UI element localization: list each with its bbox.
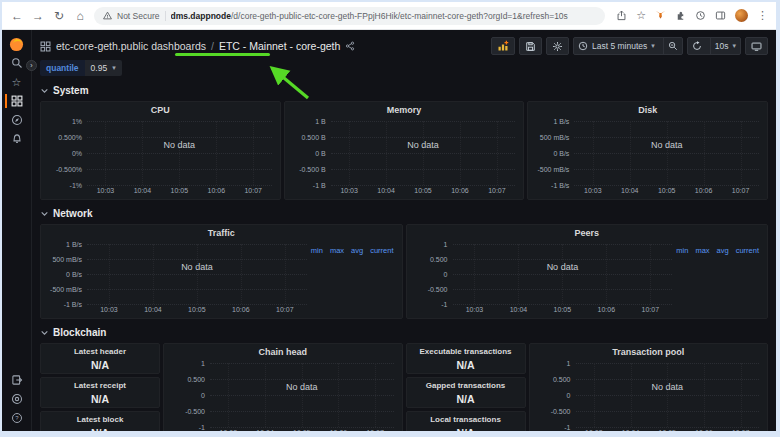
time-range-button[interactable]: Last 5 minutes ▾ xyxy=(574,38,659,54)
x-axis-tick: 10:06 xyxy=(685,187,722,198)
stat-panel-title[interactable]: Gapped transactions xyxy=(426,381,506,390)
zoom-out-button[interactable] xyxy=(663,38,682,54)
alerting-bell-icon[interactable] xyxy=(2,132,31,146)
sidebar-toggle-icon[interactable] xyxy=(715,10,726,21)
x-axis: 10:0310:0410:0510:0610:07 xyxy=(331,187,516,198)
grafana-logo[interactable] xyxy=(2,37,31,51)
plot-area[interactable]: No data10:0310:0410:0510:0610:07 xyxy=(576,359,764,431)
x-axis-tick: 10:06 xyxy=(441,187,478,198)
y-axis-tick: 1 xyxy=(201,360,205,367)
x-axis-tick: 10:04 xyxy=(131,306,175,317)
stat-panel-value: N/A xyxy=(456,393,474,405)
x-axis: 10:0310:0410:0510:0610:07 xyxy=(87,187,272,198)
panel-title[interactable]: CPU xyxy=(41,102,280,117)
y-axis: 10.5000-0.500-1 xyxy=(534,363,576,427)
legend-item-min[interactable]: min xyxy=(311,246,323,317)
section-header-network[interactable]: Network xyxy=(40,207,768,220)
y-axis-tick: 0 xyxy=(444,271,448,278)
dashboard-settings-button[interactable] xyxy=(546,37,569,55)
panel-title[interactable]: Transaction pool xyxy=(530,344,768,359)
forward-arrow-icon[interactable]: → xyxy=(31,10,45,22)
refresh-button[interactable] xyxy=(688,38,706,54)
panel-title[interactable]: Disk xyxy=(528,102,767,117)
reload-icon[interactable]: ↻ xyxy=(52,10,66,22)
no-data-label: No data xyxy=(210,382,394,392)
explore-compass-icon[interactable] xyxy=(2,113,31,127)
stat-panel: Local transactionsN/A xyxy=(406,411,526,431)
stat-panel-title[interactable]: Latest block xyxy=(77,415,124,424)
section-header-blockchain[interactable]: Blockchain xyxy=(40,326,768,339)
profile-avatar[interactable] xyxy=(735,9,748,22)
help-icon[interactable]: ? xyxy=(2,411,31,425)
refresh-picker: 10s ▾ xyxy=(687,37,741,55)
variable-value: 0.95 xyxy=(91,63,108,73)
gridline-horizontal xyxy=(210,427,394,428)
starred-icon[interactable]: ☆ xyxy=(2,75,31,89)
breadcrumb-root[interactable]: etc-core-geth.public dashboards xyxy=(56,40,206,52)
save-dashboard-button[interactable] xyxy=(519,37,542,55)
plot-area[interactable]: No data10:0310:0410:0510:0610:07 xyxy=(574,117,763,198)
y-axis-tick: 0% xyxy=(72,150,82,157)
gridline-horizontal xyxy=(87,304,307,305)
variable-value-dropdown[interactable]: 0.95 ▾ xyxy=(85,60,122,76)
stat-panel-title[interactable]: Executable transactions xyxy=(419,347,511,356)
gridline-vertical xyxy=(285,244,286,304)
expand-sidebar-chevron[interactable]: › xyxy=(26,60,37,71)
home-icon[interactable]: ⌂ xyxy=(73,10,87,22)
x-axis-tick: 10:03 xyxy=(210,429,247,431)
dashboard-toolbar: Last 5 minutes ▾ 1 xyxy=(491,37,768,55)
share-dashboard-icon[interactable] xyxy=(345,41,355,51)
gridline-vertical xyxy=(497,121,498,185)
panel-title[interactable]: Traffic xyxy=(41,225,402,240)
sign-in-icon[interactable] xyxy=(2,373,31,387)
plot-area[interactable]: No data10:0310:0410:0510:0610:07 xyxy=(331,117,520,198)
stat-panel-title[interactable]: Local transactions xyxy=(430,415,501,424)
gridline-vertical xyxy=(704,363,705,427)
plot-area[interactable]: No data10:0310:0410:0510:0610:07 xyxy=(87,117,276,198)
y-axis-tick: 1% xyxy=(72,118,82,125)
panel-title[interactable]: Chain head xyxy=(164,344,402,359)
legend-item-current[interactable]: current xyxy=(370,246,393,317)
gridline-vertical xyxy=(253,121,254,185)
tv-kiosk-button[interactable] xyxy=(745,37,768,55)
address-bar[interactable]: Not Secure dms.dappnode/d/core-geth-publ… xyxy=(94,7,605,25)
plot-area[interactable]: No data10:0310:0410:0510:0610:07 xyxy=(453,240,677,317)
dashboards-grid-icon xyxy=(40,41,51,52)
legend-item-max[interactable]: max xyxy=(330,246,344,317)
plot-grid: No data xyxy=(453,244,673,304)
stat-panel-title[interactable]: Latest receipt xyxy=(74,381,126,390)
graph-panel: CPU1%0.500%0%-0.500%-1%No data10:0310:04… xyxy=(40,101,281,200)
history-icon[interactable] xyxy=(695,10,706,21)
refresh-interval-button[interactable]: 10s ▾ xyxy=(710,38,740,54)
metamask-fox-icon[interactable] xyxy=(655,10,666,21)
plot-area[interactable]: No data10:0310:0410:0510:0610:07 xyxy=(210,359,398,431)
chevron-down-icon xyxy=(40,209,49,218)
legend-item-max[interactable]: max xyxy=(695,246,709,317)
stat-panel: Latest receiptN/A xyxy=(40,377,160,408)
gridline-vertical xyxy=(302,363,303,427)
star-icon[interactable]: ☆ xyxy=(636,10,646,21)
stat-panel-title[interactable]: Latest header xyxy=(74,347,126,356)
dashboards-grid-icon[interactable] xyxy=(2,94,31,108)
legend-item-current[interactable]: current xyxy=(736,246,759,317)
gridline-vertical xyxy=(153,244,154,304)
y-axis: 1 B/s500 mB/s0 B/s-500 mB/s-1 B/s xyxy=(532,121,574,185)
section-header-system[interactable]: System xyxy=(40,84,768,97)
share-icon[interactable] xyxy=(616,10,627,21)
extensions-puzzle-icon[interactable] xyxy=(675,10,686,21)
legend-item-avg[interactable]: avg xyxy=(717,246,729,317)
back-arrow-icon[interactable]: ← xyxy=(10,10,24,22)
plot-area[interactable]: No data10:0310:0410:0510:0610:07 xyxy=(87,240,311,317)
server-admin-icon[interactable] xyxy=(2,392,31,406)
y-axis-tick: -500 mB/s xyxy=(537,166,569,173)
legend-item-min[interactable]: min xyxy=(676,246,688,317)
legend-item-avg[interactable]: avg xyxy=(351,246,363,317)
panel-title[interactable]: Peers xyxy=(407,225,768,240)
x-axis: 10:0310:0410:0510:0610:07 xyxy=(453,306,673,317)
breadcrumb-current[interactable]: ETC - Mainnet - core-geth xyxy=(219,40,340,52)
no-data-label: No data xyxy=(574,140,759,150)
kebab-menu-icon[interactable]: ⋮ xyxy=(757,9,768,22)
panel-title[interactable]: Memory xyxy=(285,102,524,117)
add-panel-button[interactable] xyxy=(491,37,515,55)
gridline-vertical xyxy=(631,363,632,427)
